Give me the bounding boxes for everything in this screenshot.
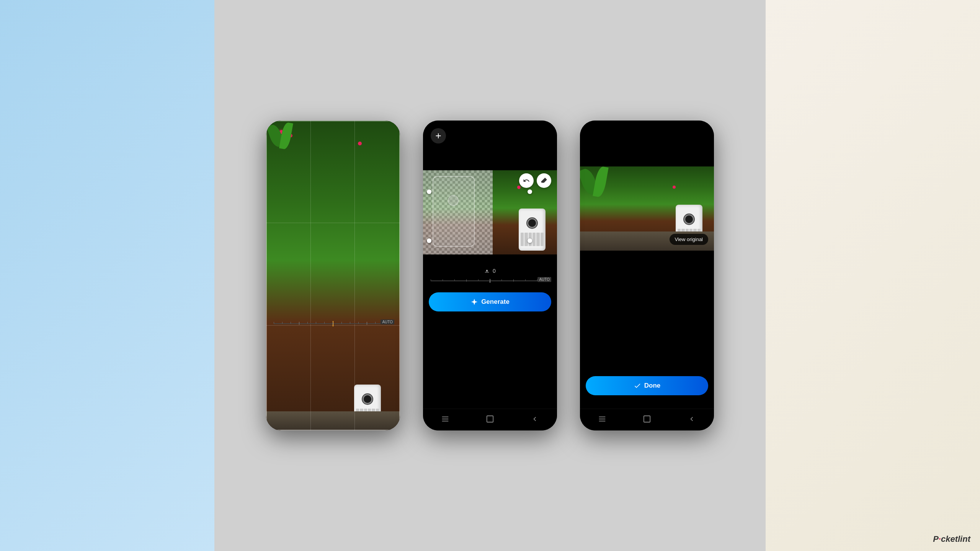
- svg-rect-11: [644, 416, 650, 422]
- auto-label-1: AUTO: [381, 320, 394, 324]
- handle-tr[interactable]: [528, 189, 532, 194]
- nav-menu-3[interactable]: [597, 414, 608, 424]
- svg-rect-5: [442, 419, 449, 419]
- nav-menu-2[interactable]: [440, 414, 451, 424]
- nav-back-3[interactable]: [686, 414, 697, 424]
- erase-float-button[interactable]: [537, 173, 551, 188]
- controls-area-2: 0: [423, 266, 557, 321]
- handle-br[interactable]: [528, 238, 532, 243]
- svg-rect-10: [599, 421, 606, 422]
- slider-2[interactable]: AUTO: [431, 277, 549, 285]
- float-buttons: [519, 173, 551, 188]
- value-display: 0: [429, 268, 551, 274]
- phone3-pre-nav-black: [580, 401, 714, 409]
- phone3-mid-black: [580, 251, 714, 370]
- undo-float-button[interactable]: [519, 173, 534, 188]
- phone3-top-black: [580, 121, 714, 166]
- add-button[interactable]: [431, 128, 446, 143]
- phone3-navbar: [580, 409, 714, 430]
- nav-home-2[interactable]: [485, 414, 495, 424]
- svg-rect-9: [599, 419, 606, 419]
- svg-rect-4: [442, 417, 449, 417]
- photo-area-3: View original: [580, 166, 714, 251]
- generate-button[interactable]: Generate: [429, 292, 551, 311]
- nav-back-2[interactable]: [529, 414, 540, 424]
- handle-bl[interactable]: [427, 238, 431, 243]
- phone-2: 0: [423, 121, 557, 430]
- phones-container: Revert Save ⋮: [0, 0, 980, 551]
- view-original-button[interactable]: View original: [670, 234, 708, 245]
- done-area: Done: [580, 370, 714, 401]
- svg-rect-7: [487, 416, 493, 422]
- watermark-dot: ·: [939, 534, 941, 544]
- phone2-top-black: [423, 147, 557, 170]
- handle-tl[interactable]: [427, 189, 431, 194]
- photo-edit-area-2: [423, 170, 557, 254]
- phone2-navbar: [423, 409, 557, 430]
- phone-3: View original Done: [580, 121, 714, 430]
- svg-rect-6: [442, 421, 449, 422]
- nav-home-3[interactable]: [642, 414, 652, 424]
- photo-area-1: [266, 176, 400, 252]
- done-button[interactable]: Done: [586, 376, 708, 395]
- phone2-bottom-black: [423, 321, 557, 409]
- straighten-slider[interactable]: AUTO: [274, 319, 392, 328]
- auto-label-2: AUTO: [537, 277, 551, 282]
- phone2-topbar: [423, 121, 557, 147]
- watermark: P·cketlint: [933, 534, 970, 544]
- svg-rect-8: [599, 417, 606, 417]
- phone-1: Revert Save ⋮: [266, 121, 400, 430]
- phone2-mid-black: [423, 254, 557, 266]
